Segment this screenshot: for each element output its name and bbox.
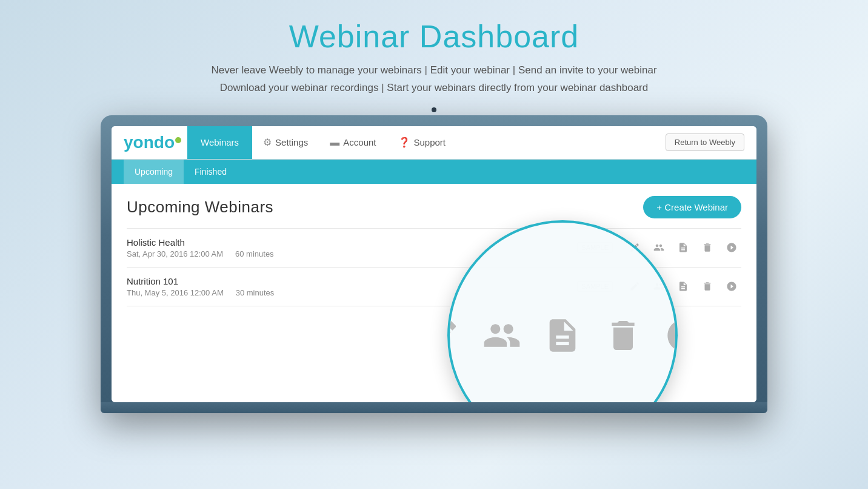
magnify-attendees-icon bbox=[482, 316, 521, 355]
laptop-frame: yondo Webinars ⚙ Settings ▬ Account ❓ Su… bbox=[101, 115, 767, 413]
subtitle-line2: Download your webinar recordings | Start… bbox=[0, 79, 868, 97]
webinar-date: Thu, May 5, 2016 12:00 AM bbox=[127, 288, 224, 297]
app-nav: yondo Webinars ⚙ Settings ▬ Account ❓ Su… bbox=[112, 126, 756, 160]
laptop-screen: yondo Webinars ⚙ Settings ▬ Account ❓ Su… bbox=[112, 126, 756, 402]
tab-upcoming[interactable]: Upcoming bbox=[124, 160, 184, 184]
tab-finished[interactable]: Finished bbox=[184, 160, 238, 184]
return-to-weebly-button[interactable]: Return to Weebly bbox=[666, 133, 744, 151]
nav-support[interactable]: ❓ Support bbox=[387, 126, 457, 160]
webinar-date: Sat, Apr 30, 2016 12:00 AM bbox=[127, 249, 223, 258]
play-icon[interactable] bbox=[724, 279, 739, 294]
app-logo: yondo bbox=[124, 133, 181, 152]
content-header: Upcoming Webinars + Create Webinar bbox=[127, 196, 741, 218]
gear-icon: ⚙ bbox=[263, 137, 272, 148]
magnify-recording-icon bbox=[543, 316, 582, 355]
delete-icon[interactable] bbox=[700, 279, 715, 294]
laptop-base bbox=[101, 402, 767, 413]
play-icon[interactable] bbox=[724, 240, 739, 255]
magnify-pointer bbox=[447, 329, 450, 349]
content-title: Upcoming Webinars bbox=[127, 198, 273, 217]
header-section: Webinar Dashboard Never leave Weebly to … bbox=[0, 0, 868, 109]
nav-webinars[interactable]: Webinars bbox=[187, 126, 252, 160]
webinar-duration: 30 minutes bbox=[236, 288, 275, 297]
credit-card-icon: ▬ bbox=[330, 137, 339, 148]
recording-icon[interactable] bbox=[676, 279, 690, 294]
logo-dot bbox=[175, 137, 181, 143]
magnify-icons bbox=[447, 304, 678, 367]
recording-icon[interactable] bbox=[676, 240, 690, 255]
subtitle-line1: Never leave Weebly to manage your webina… bbox=[0, 62, 868, 79]
sub-nav: Upcoming Finished bbox=[112, 160, 756, 184]
attendees-icon[interactable] bbox=[652, 240, 666, 255]
laptop-container: yondo Webinars ⚙ Settings ▬ Account ❓ Su… bbox=[0, 115, 868, 413]
nav-settings[interactable]: ⚙ Settings bbox=[252, 126, 319, 160]
camera-dot bbox=[432, 107, 436, 112]
nav-account[interactable]: ▬ Account bbox=[319, 126, 387, 160]
webinar-duration: 60 minutes bbox=[235, 249, 274, 258]
logo-text: yondo bbox=[124, 133, 175, 152]
magnify-delete-icon bbox=[604, 316, 643, 355]
magnify-play-icon bbox=[664, 316, 678, 355]
question-icon: ❓ bbox=[398, 137, 410, 148]
page-title: Webinar Dashboard bbox=[0, 18, 868, 55]
delete-icon[interactable] bbox=[700, 240, 715, 255]
create-webinar-button[interactable]: + Create Webinar bbox=[643, 196, 741, 218]
